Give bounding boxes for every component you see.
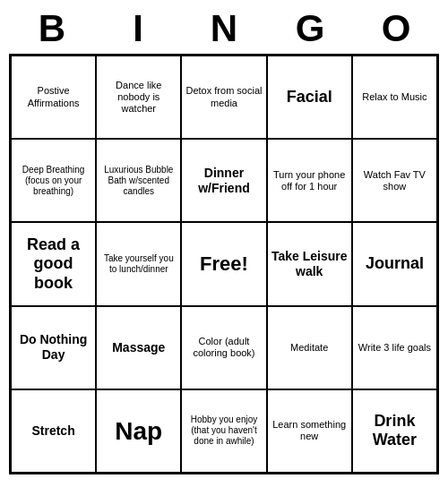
bingo-cell-6: Luxurious Bubble Bath w/scented candles — [96, 139, 181, 222]
letter-o: O — [357, 7, 435, 50]
bingo-cell-5: Deep Breathing (focus on your breathing) — [11, 139, 96, 222]
bingo-cell-22: Hobby you enjoy (that you haven't done i… — [181, 389, 266, 473]
bingo-header: B I N G O — [9, 7, 439, 50]
bingo-cell-4: Relax to Music — [352, 56, 437, 139]
bingo-cell-8: Turn your phone off for 1 hour — [267, 139, 352, 222]
bingo-cell-15: Do Nothing Day — [11, 306, 96, 389]
bingo-cell-21: Nap — [96, 389, 181, 473]
bingo-cell-1: Dance like nobody is watcher — [96, 56, 181, 139]
bingo-cell-18: Meditate — [267, 306, 352, 389]
bingo-cell-16: Massage — [96, 306, 181, 389]
letter-i: I — [99, 7, 177, 50]
bingo-grid: Postive AffirmationsDance like nobody is… — [9, 54, 439, 474]
bingo-cell-0: Postive Affirmations — [11, 56, 96, 139]
bingo-cell-24: Drink Water — [352, 389, 437, 473]
bingo-cell-7: Dinner w/Friend — [181, 139, 266, 222]
letter-n: N — [185, 7, 263, 50]
bingo-cell-10: Read a good book — [11, 222, 96, 305]
letter-g: G — [271, 7, 349, 50]
bingo-cell-11: Take yourself you to lunch/dinner — [96, 222, 181, 305]
bingo-cell-19: Write 3 life goals — [352, 306, 437, 389]
bingo-cell-20: Stretch — [11, 389, 96, 473]
bingo-cell-3: Facial — [267, 56, 352, 139]
bingo-cell-2: Detox from social media — [181, 56, 266, 139]
bingo-cell-12: Free! — [181, 222, 266, 305]
bingo-cell-17: Color (adult coloring book) — [181, 306, 266, 389]
bingo-cell-23: Learn something new — [267, 389, 352, 473]
letter-b: B — [13, 7, 91, 50]
bingo-cell-9: Watch Fav TV show — [352, 139, 437, 222]
bingo-cell-14: Journal — [352, 222, 437, 305]
bingo-cell-13: Take Leisure walk — [267, 222, 352, 305]
